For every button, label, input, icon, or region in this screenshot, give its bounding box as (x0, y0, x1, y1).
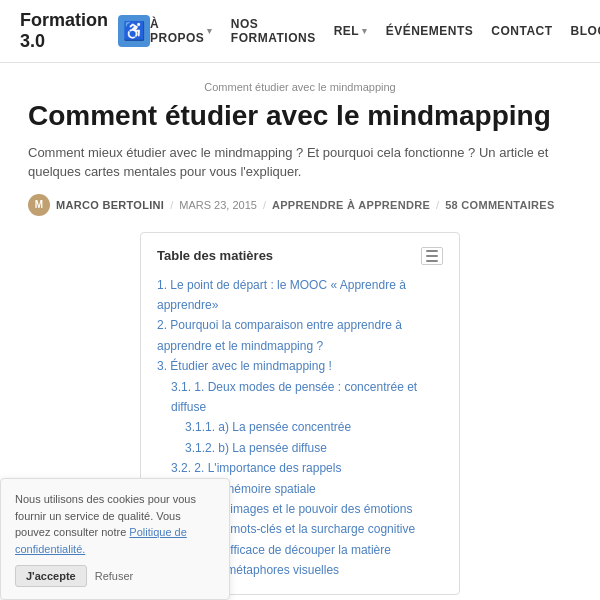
accessibility-icon[interactable]: ♿ (118, 15, 150, 47)
cookie-accept-button[interactable]: J'accepte (15, 565, 87, 587)
accessibility-area: ♿ (118, 15, 150, 47)
nav-blog[interactable]: BLOG (571, 24, 600, 38)
cookie-refuse-button[interactable]: Refuser (95, 565, 134, 587)
page-title: Comment étudier avec le mindmapping (28, 99, 572, 133)
avatar: M (28, 194, 50, 216)
toc-header: Table des matières (157, 247, 443, 265)
toc-item[interactable]: 3.1.1. a) La pensée concentrée (157, 417, 443, 437)
toc-title: Table des matières (157, 248, 273, 263)
meta-separator-2: / (263, 199, 266, 211)
post-meta: M MARCO BERTOLINI / MARS 23, 2015 / APPR… (28, 194, 572, 216)
toc-item[interactable]: 3. Étudier avec le mindmapping ! (157, 356, 443, 376)
toc-item[interactable]: 3.1.2. b) La pensée diffuse (157, 438, 443, 458)
comments-count[interactable]: 58 COMMENTAIRES (445, 199, 554, 211)
cookie-banner: Nous utilisons des cookies pour vous fou… (0, 478, 230, 600)
toc-toggle-button[interactable] (421, 247, 443, 265)
chevron-down-icon: ▾ (207, 26, 213, 36)
meta-separator-1: / (170, 199, 173, 211)
toc-item[interactable]: 2. Pourquoi la comparaison entre apprend… (157, 315, 443, 356)
page-description: Comment mieux étudier avec le mindmappin… (28, 143, 572, 182)
site-title[interactable]: Formation 3.0 (20, 10, 108, 52)
main-nav: À PROPOS ▾ NOS FORMATIONS REL ▾ ÉVÉNEMEN… (150, 17, 600, 45)
author-name: MARCO BERTOLINI (56, 199, 164, 211)
toggle-line-3 (426, 260, 438, 262)
meta-separator-3: / (436, 199, 439, 211)
nav-contact[interactable]: CONTACT (491, 24, 552, 38)
toc-item[interactable]: 3.2. 2. L'importance des rappels (157, 458, 443, 478)
nav-evenements[interactable]: ÉVÉNEMENTS (386, 24, 474, 38)
toggle-line-2 (426, 255, 438, 257)
nav-rel[interactable]: REL ▾ (334, 24, 368, 38)
chevron-down-icon: ▾ (362, 26, 368, 36)
site-header: Formation 3.0 ♿ À PROPOS ▾ NOS FORMATION… (0, 0, 600, 63)
toc-item[interactable]: 3.1. 1. Deux modes de pensée : concentré… (157, 377, 443, 418)
toggle-line-1 (426, 250, 438, 252)
nav-nos-formations[interactable]: NOS FORMATIONS (231, 17, 316, 45)
header-left: Formation 3.0 (20, 10, 108, 52)
post-date: MARS 23, 2015 (179, 199, 257, 211)
post-category[interactable]: APPRENDRE À APPRENDRE (272, 199, 430, 211)
breadcrumb: Comment étudier avec le mindmapping (0, 63, 600, 99)
cookie-buttons: J'accepte Refuser (15, 565, 215, 587)
nav-a-propos[interactable]: À PROPOS ▾ (150, 17, 213, 45)
toc-item[interactable]: 1. Le point de départ : le MOOC « Appren… (157, 275, 443, 316)
